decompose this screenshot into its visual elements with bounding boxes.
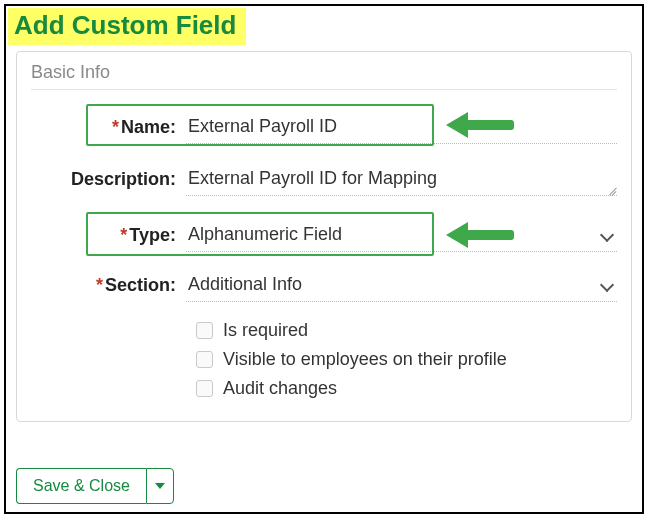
panel-heading: Basic Info	[31, 62, 617, 90]
description-input[interactable]: External Payroll ID for Mapping	[186, 162, 617, 196]
row-section: *Section: Additional Info	[31, 268, 617, 302]
caret-down-icon	[155, 483, 165, 489]
chevron-down-icon	[599, 277, 615, 293]
checkbox-icon	[196, 351, 213, 368]
dialog: Add Custom Field Basic Info *Name: Descr…	[4, 4, 644, 514]
checkbox-visible-to-employees[interactable]: Visible to employees on their profile	[196, 349, 617, 370]
name-input[interactable]	[186, 110, 617, 144]
checkbox-audit-changes[interactable]: Audit changes	[196, 378, 617, 399]
section-label: *Section:	[31, 275, 186, 296]
checkbox-label: Visible to employees on their profile	[223, 349, 507, 370]
save-dropdown-button[interactable]	[146, 468, 174, 504]
section-select[interactable]: Additional Info	[186, 268, 617, 302]
checkbox-label: Audit changes	[223, 378, 337, 399]
panel-basic-info: Basic Info *Name: Description: External …	[16, 51, 632, 422]
description-label: Description:	[31, 169, 186, 190]
required-asterisk: *	[96, 275, 103, 295]
required-asterisk: *	[120, 225, 127, 245]
name-label: *Name:	[31, 117, 186, 138]
row-type: *Type: Alphanumeric Field	[31, 218, 617, 252]
required-asterisk: *	[112, 117, 119, 137]
checkbox-icon	[196, 380, 213, 397]
checkbox-icon	[196, 322, 213, 339]
type-select[interactable]: Alphanumeric Field	[186, 218, 617, 252]
checkbox-label: Is required	[223, 320, 308, 341]
chevron-down-icon	[599, 227, 615, 243]
page-title: Add Custom Field	[8, 8, 246, 45]
checkbox-is-required[interactable]: Is required	[196, 320, 617, 341]
button-bar: Save & Close	[16, 468, 174, 504]
row-name: *Name:	[31, 110, 617, 144]
save-and-close-button[interactable]: Save & Close	[16, 468, 146, 504]
resize-handle-icon[interactable]	[607, 185, 617, 195]
checkbox-group: Is required Visible to employees on thei…	[196, 320, 617, 399]
type-label: *Type:	[31, 225, 186, 246]
row-description: Description: External Payroll ID for Map…	[31, 162, 617, 196]
